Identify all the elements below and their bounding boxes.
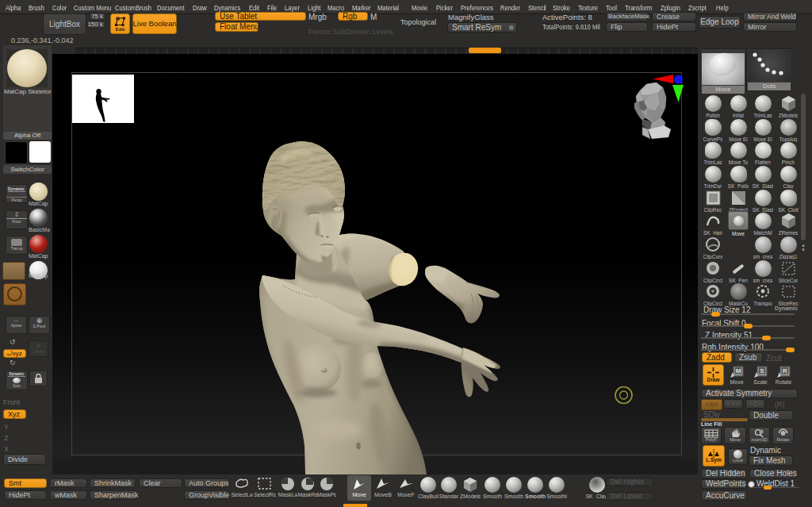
- svg-text:M: M: [736, 367, 741, 374]
- svg-text:S: S: [760, 367, 764, 374]
- svg-text:R: R: [783, 367, 787, 374]
